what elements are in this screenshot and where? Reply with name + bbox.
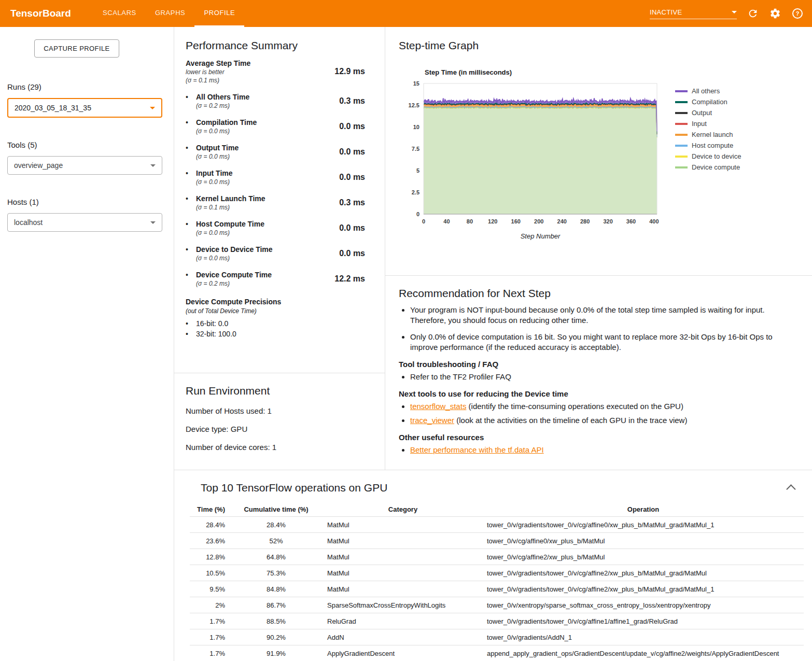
legend-item: Device compute bbox=[675, 162, 741, 173]
ops-cell: ApplyGradientDescent bbox=[323, 645, 483, 661]
settings-gear-icon[interactable] bbox=[769, 7, 781, 20]
collapse-chevron-icon[interactable] bbox=[786, 484, 795, 494]
sidebar: CAPTURE PROFILE Runs (29) 2020_03_05_18_… bbox=[0, 27, 174, 661]
tab-graphs[interactable]: GRAPHS bbox=[146, 0, 195, 27]
svg-text:360: 360 bbox=[626, 218, 636, 224]
refresh-icon[interactable] bbox=[747, 7, 759, 20]
help-icon[interactable]: ? bbox=[791, 7, 804, 20]
chevron-down-icon bbox=[150, 164, 156, 167]
ops-cell: tower_0/v/cg/affine2/xw_plus_b/MatMul bbox=[483, 549, 804, 565]
legend-item: All others bbox=[675, 86, 741, 96]
table-row: 1.7%90.2%AddNtower_0/v/gradients/AddN_1 bbox=[190, 629, 804, 645]
svg-text:320: 320 bbox=[603, 218, 612, 224]
table-row: 23.6%52%MatMultower_0/v/cg/affine0/xw_pl… bbox=[190, 533, 804, 549]
run-env-line: Number of device cores: 1 bbox=[186, 443, 373, 452]
bullet-icon: • bbox=[186, 169, 196, 186]
ops-cell: 9.5% bbox=[190, 581, 229, 597]
resource-link[interactable]: Better performance with the tf.data API bbox=[410, 445, 544, 454]
step-time-graph-card: Step-time Graph Step Time (in millisecon… bbox=[385, 27, 812, 275]
perf-item-label: All Others Time bbox=[196, 93, 249, 101]
capture-profile-button[interactable]: CAPTURE PROFILE bbox=[34, 39, 119, 58]
perf-item-label: Device Compute Time bbox=[196, 271, 272, 279]
ops-cell: 12.8% bbox=[190, 549, 229, 565]
average-step-time-label: Average Step Time bbox=[186, 59, 250, 67]
legend-label: Device compute bbox=[692, 163, 740, 171]
perf-item-sigma: (σ = 0.0 ms) bbox=[196, 229, 264, 236]
ops-cell: 88.5% bbox=[229, 613, 323, 629]
svg-text:Step Number: Step Number bbox=[521, 232, 561, 240]
overview-top-section: Performance Summary Average Step Time lo… bbox=[174, 27, 812, 470]
next-tools-list: tensorflow_stats (identify the time-cons… bbox=[399, 401, 799, 426]
ops-cell: 28.4% bbox=[190, 517, 229, 533]
top-ops-table: Time (%)Cumulative time (%)CategoryOpera… bbox=[190, 502, 804, 661]
tool-link[interactable]: trace_viewer bbox=[410, 416, 454, 425]
legend-swatch bbox=[675, 134, 688, 136]
main-content: Performance Summary Average Step Time lo… bbox=[174, 27, 812, 661]
recommendation-card: Recommendation for Next Step Your progra… bbox=[385, 275, 812, 470]
performance-breakdown-list: •All Others Time(σ = 0.2 ms)0.3 ms•Compi… bbox=[186, 93, 365, 287]
ops-cell: MatMul bbox=[323, 533, 483, 549]
resources-heading: Other useful resources bbox=[399, 433, 799, 442]
perf-item-value: 0.0 ms bbox=[339, 223, 365, 233]
legend-swatch bbox=[675, 156, 688, 158]
average-step-time-value: 12.9 ms bbox=[334, 67, 365, 76]
recommendation-title: Recommendation for Next Step bbox=[399, 287, 799, 300]
svg-text:120: 120 bbox=[488, 218, 497, 224]
table-header-row: Time (%)Cumulative time (%)CategoryOpera… bbox=[190, 502, 804, 517]
ops-cell: 75.3% bbox=[229, 565, 323, 581]
legend-label: Host compute bbox=[692, 142, 733, 149]
reload-status-dropdown[interactable]: INACTIVE bbox=[650, 8, 737, 19]
table-row: 28.4%28.4%MatMultower_0/v/gradients/towe… bbox=[190, 517, 804, 533]
legend-item: Input bbox=[675, 118, 741, 129]
faq-list: Refer to the TF2 Profiler FAQ bbox=[399, 372, 799, 382]
perf-item-sigma: (σ = 0.2 ms) bbox=[196, 102, 249, 109]
legend-swatch bbox=[675, 101, 688, 103]
perf-item-sigma: (σ = 0.0 ms) bbox=[196, 255, 273, 262]
table-row: 1.7%91.9%ApplyGradientDescentappend_appl… bbox=[190, 645, 804, 661]
legend-swatch bbox=[675, 166, 688, 168]
run-environment-lines: Number of Hosts used: 1Device type: GPUN… bbox=[186, 406, 373, 452]
ops-cell: MatMul bbox=[323, 581, 483, 597]
ops-cell: 52% bbox=[229, 533, 323, 549]
svg-text:0: 0 bbox=[422, 218, 425, 224]
chevron-down-icon bbox=[732, 11, 737, 13]
legend-label: Compilation bbox=[692, 98, 727, 106]
reload-status-label: INACTIVE bbox=[650, 8, 682, 16]
run-env-line: Number of Hosts used: 1 bbox=[186, 406, 373, 415]
svg-text:5: 5 bbox=[416, 167, 419, 174]
legend-label: Output bbox=[692, 109, 712, 117]
table-row: 1.7%88.5%ReluGradtower_0/v/gradients/tow… bbox=[190, 613, 804, 629]
legend-item: Output bbox=[675, 107, 741, 118]
ops-cell: AddN bbox=[323, 629, 483, 645]
ops-cell: 84.8% bbox=[229, 581, 323, 597]
step-time-graph-title: Step-time Graph bbox=[399, 39, 812, 52]
legend-swatch bbox=[675, 145, 688, 147]
recommendation-bullet: Your program is NOT input-bound because … bbox=[410, 305, 799, 326]
legend-label: Kernel launch bbox=[692, 131, 733, 138]
ops-cell: 28.4% bbox=[229, 517, 323, 533]
hosts-select[interactable]: localhost bbox=[7, 213, 162, 232]
ops-col-header: Operation bbox=[483, 502, 804, 517]
run-environment-card: Run Environment Number of Hosts used: 1D… bbox=[174, 373, 385, 463]
average-step-time-sigma: (σ = 0.1 ms) bbox=[186, 77, 250, 84]
svg-text:40: 40 bbox=[443, 218, 450, 224]
ops-cell: MatMul bbox=[323, 549, 483, 565]
ops-cell: tower_0/v/cg/affine0/xw_plus_b/MatMul bbox=[483, 533, 804, 549]
tool-link[interactable]: tensorflow_stats bbox=[410, 402, 466, 411]
table-row: 9.5%84.8%MatMultower_0/v/gradients/tower… bbox=[190, 581, 804, 597]
tab-scalars[interactable]: SCALARS bbox=[93, 0, 146, 27]
runs-select[interactable]: 2020_03_05_18_31_35 bbox=[7, 98, 162, 118]
svg-text:240: 240 bbox=[557, 218, 567, 224]
perf-item-value: 0.3 ms bbox=[339, 96, 365, 106]
svg-text:12.5: 12.5 bbox=[409, 102, 419, 108]
legend-item: Kernel launch bbox=[675, 129, 741, 140]
ops-cell: append_apply_gradient_ops/GradientDescen… bbox=[483, 645, 804, 661]
runs-label: Runs (29) bbox=[7, 82, 174, 91]
ops-cell: tower_0/v/xentropy/sparse_softmax_cross_… bbox=[483, 597, 804, 613]
bullet-icon: • bbox=[186, 329, 196, 339]
perf-item-value: 0.0 ms bbox=[339, 249, 365, 258]
ops-cell: 86.7% bbox=[229, 597, 323, 613]
perf-item-value: 0.3 ms bbox=[339, 198, 365, 207]
tools-select[interactable]: overview_page bbox=[7, 156, 162, 175]
tab-profile[interactable]: PROFILE bbox=[194, 0, 244, 27]
